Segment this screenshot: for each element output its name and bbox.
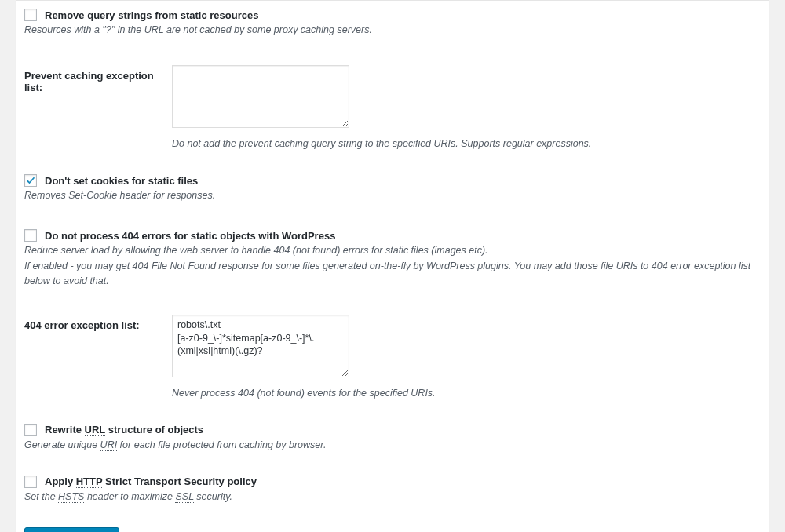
save-all-settings-button[interactable]: Save all settings — [24, 527, 119, 532]
apply-hsts-desc: Set the HSTS header to maximize SSL secu… — [24, 490, 761, 504]
setting-404-exception: 404 error exception list: Never process … — [24, 315, 761, 399]
apply-hsts-desc-abbr1: HSTS — [58, 491, 84, 503]
remove-query-strings-desc: Resources with a "?" in the URL are not … — [24, 23, 761, 37]
setting-prevent-caching-exception: Prevent caching exception list: Do not a… — [24, 65, 761, 149]
remove-query-strings-checkbox[interactable] — [24, 9, 37, 21]
no-cookies-static-desc: Removes Set-Cookie header for responses. — [24, 188, 761, 202]
error-404-exception-desc: Never process 404 (not found) events for… — [172, 388, 761, 399]
apply-hsts-desc-prefix: Set the — [24, 491, 58, 502]
remove-query-strings-label[interactable]: Remove query strings from static resourc… — [45, 9, 258, 21]
no-404-wp-desc1: Reduce server load by allowing the web s… — [24, 243, 761, 257]
rewrite-url-desc-prefix: Generate unique — [24, 439, 100, 450]
no-cookies-static-label[interactable]: Don't set cookies for static files — [45, 175, 198, 187]
setting-remove-query-strings: Remove query strings from static resourc… — [24, 9, 761, 37]
setting-apply-hsts: Apply HTTP Strict Transport Security pol… — [24, 476, 761, 504]
prevent-caching-exception-textarea[interactable] — [172, 65, 349, 128]
settings-panel: Remove query strings from static resourc… — [16, 0, 769, 532]
rewrite-url-label-prefix: Rewrite — [45, 424, 85, 435]
apply-hsts-checkbox[interactable] — [24, 476, 37, 488]
no-404-wp-desc2: If enabled - you may get 404 File Not Fo… — [24, 259, 761, 287]
rewrite-url-label-suffix: structure of objects — [105, 424, 203, 435]
apply-hsts-label-abbr: HTTP — [76, 476, 103, 488]
apply-hsts-label[interactable]: Apply HTTP Strict Transport Security pol… — [45, 476, 257, 487]
prevent-caching-exception-desc: Do not add the prevent caching query str… — [172, 138, 761, 149]
rewrite-url-desc-abbr: URI — [100, 439, 118, 451]
error-404-exception-textarea[interactable] — [172, 315, 349, 377]
no-404-wp-label[interactable]: Do not process 404 errors for static obj… — [45, 230, 335, 242]
apply-hsts-desc-suffix: security. — [194, 491, 232, 502]
no-cookies-static-checkbox[interactable] — [24, 174, 37, 187]
rewrite-url-label-abbr: URL — [85, 424, 105, 436]
setting-rewrite-url: Rewrite URL structure of objects Generat… — [24, 424, 761, 452]
rewrite-url-checkbox[interactable] — [24, 424, 37, 436]
setting-no-404-wp: Do not process 404 errors for static obj… — [24, 229, 761, 287]
apply-hsts-label-prefix: Apply — [45, 476, 76, 487]
apply-hsts-desc-abbr2: SSL — [175, 491, 193, 503]
rewrite-url-desc: Generate unique URI for each file protec… — [24, 438, 761, 452]
rewrite-url-desc-suffix: for each file protected from caching by … — [117, 439, 326, 450]
apply-hsts-desc-mid: header to maximize — [84, 491, 175, 502]
rewrite-url-label[interactable]: Rewrite URL structure of objects — [45, 424, 203, 435]
no-404-wp-checkbox[interactable] — [24, 229, 37, 242]
error-404-exception-label: 404 error exception list: — [24, 315, 156, 331]
prevent-caching-exception-label: Prevent caching exception list: — [24, 65, 156, 93]
apply-hsts-label-suffix: Strict Transport Security policy — [102, 476, 257, 487]
setting-no-cookies-static: Don't set cookies for static files Remov… — [24, 174, 761, 202]
